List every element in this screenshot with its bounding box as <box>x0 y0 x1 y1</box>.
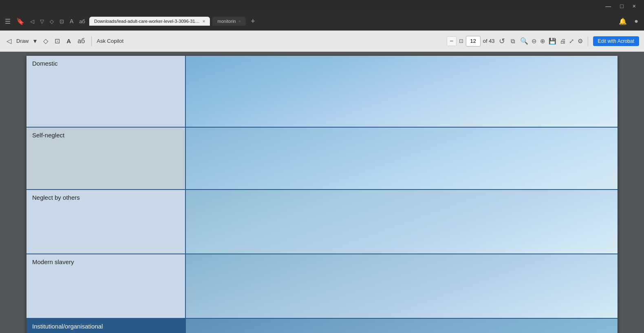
cell-neglect-content <box>185 190 618 254</box>
toolbar-back-icon[interactable]: ◁ <box>5 35 13 46</box>
zoom-out-icon[interactable]: ⊖ <box>532 37 537 45</box>
cell-institutional-content <box>185 318 618 333</box>
copy-icon[interactable]: ⧉ <box>509 37 517 45</box>
tab-monitoring-label: monitorin <box>217 19 236 24</box>
modern-label-text: Modern slavery <box>32 258 74 265</box>
new-tab-button[interactable]: + <box>248 17 258 26</box>
toolbar-dropdown-icon[interactable]: ▾ <box>32 35 38 46</box>
maximize-button[interactable]: □ <box>617 2 626 10</box>
pdf-page: Domestic Self-neglect Neglect by others <box>26 56 618 333</box>
table-row: Institutional/organisational <box>26 318 618 333</box>
edit-acrobat-button[interactable]: Edit with Acrobat <box>593 36 639 46</box>
table-row: Self-neglect <box>26 127 618 190</box>
page-icon[interactable]: ⊡ <box>58 18 66 25</box>
tab-pdf-close[interactable]: × <box>203 19 205 24</box>
tab-pdf-label: Downloads/lead-adult-care-worker-level-3… <box>94 19 200 24</box>
domestic-label-text: Domestic <box>32 60 58 67</box>
cell-neglect-label: Neglect by others <box>26 190 185 254</box>
hamburger-icon[interactable]: ☰ <box>3 17 12 26</box>
pdf-table: Domestic Self-neglect Neglect by others <box>26 56 618 333</box>
zoom-in-icon[interactable]: ⊕ <box>540 37 545 45</box>
cell-domestic-content <box>185 56 618 127</box>
cell-self-neglect-label: Self-neglect <box>26 127 185 190</box>
window-top-bar: — □ × <box>0 0 644 12</box>
table-row: Neglect by others <box>26 190 618 254</box>
expand-icon[interactable]: ⤢ <box>569 37 574 45</box>
pdf-content-area: Domestic Self-neglect Neglect by others <box>0 52 644 333</box>
close-button[interactable]: × <box>629 2 639 10</box>
draw-tab-icon[interactable]: ▽ <box>38 18 46 25</box>
ask-copilot-label[interactable]: Ask Copilot <box>97 38 124 44</box>
minimize-button[interactable]: — <box>602 2 614 10</box>
page-number-input[interactable] <box>466 36 481 46</box>
tab-pdf[interactable]: Downloads/lead-adult-care-worker-level-3… <box>89 17 210 26</box>
screen-icon[interactable]: ⊡ <box>459 38 463 44</box>
notification-icon[interactable]: 🔔 <box>616 17 629 26</box>
page-of-label: of 43 <box>483 38 495 44</box>
toolbar-font-icon[interactable]: A <box>65 36 73 46</box>
save-icon[interactable]: 💾 <box>549 37 556 45</box>
bookmark-icon[interactable]: 🔖 <box>15 17 26 26</box>
cell-modern-label: Modern slavery <box>26 254 185 318</box>
search-icon[interactable]: 🔍 <box>520 37 528 45</box>
zoom-minus-button[interactable]: − <box>447 36 457 46</box>
print-icon[interactable]: 🖨 <box>560 37 566 44</box>
cell-institutional-label: Institutional/organisational <box>26 318 185 333</box>
cell-self-neglect-content <box>185 127 618 190</box>
institutional-label-text: Institutional/organisational <box>32 323 103 330</box>
toolbar-separator-2 <box>588 36 588 46</box>
neglect-label-text: Neglect by others <box>32 194 80 201</box>
profile-icon[interactable]: ● <box>632 17 641 26</box>
toolbar-separator-1 <box>91 36 92 46</box>
settings-icon[interactable]: ⚙ <box>578 37 583 45</box>
toolbar-font-small-icon[interactable]: aб <box>76 36 86 46</box>
tab-bar: ☰ 🔖 ◁ ▽ ◇ ⊡ A aб Downloads/lead-adult-ca… <box>0 12 644 31</box>
font-small-icon[interactable]: aб <box>77 18 87 25</box>
draw-label[interactable]: Draw <box>16 38 29 44</box>
cell-domestic-label: Domestic <box>26 56 185 127</box>
table-row: Domestic <box>26 56 618 127</box>
font-icon[interactable]: A <box>68 17 75 25</box>
toolbar-page-icon[interactable]: ⊡ <box>53 35 62 46</box>
tab-monitoring[interactable]: monitorin × <box>212 17 246 26</box>
cell-modern-content <box>185 254 618 318</box>
tab-monitoring-close[interactable]: × <box>238 19 241 24</box>
table-row: Modern slavery <box>26 254 618 318</box>
rotate-icon[interactable]: ↺ <box>497 37 507 46</box>
eraser-icon[interactable]: ◇ <box>48 18 55 25</box>
toolbar-undo-icon[interactable]: ◇ <box>42 35 50 46</box>
pdf-toolbar: ◁ Draw ▾ ◇ ⊡ A aб Ask Copilot − ⊡ of 43 … <box>0 31 644 52</box>
toolbar-right: 🔍 ⊖ ⊕ 💾 🖨 ⤢ ⚙ Edit with Acrobat <box>520 36 639 46</box>
zoom-controls: − ⊡ of 43 ↺ ⧉ <box>447 36 517 46</box>
back-icon[interactable]: ◁ <box>29 18 36 25</box>
self-neglect-label-text: Self-neglect <box>32 132 64 139</box>
